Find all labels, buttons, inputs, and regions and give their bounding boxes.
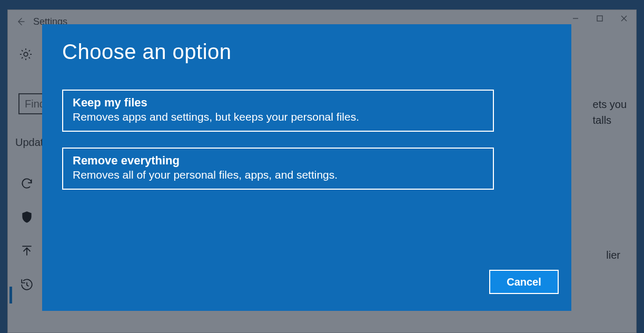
cancel-button[interactable]: Cancel: [489, 270, 559, 294]
cancel-button-label: Cancel: [507, 276, 541, 288]
option-keep-my-files[interactable]: Keep my files Removes apps and settings,…: [62, 90, 494, 132]
dialog-option-list: Keep my files Removes apps and settings,…: [62, 90, 494, 205]
option-description: Removes all of your personal files, apps…: [73, 169, 483, 181]
reset-pc-dialog: Choose an option Keep my files Removes a…: [42, 24, 571, 311]
option-description: Removes apps and settings, but keeps you…: [73, 111, 483, 123]
option-title: Remove everything: [73, 154, 483, 168]
option-title: Keep my files: [73, 96, 483, 110]
dialog-title: Choose an option: [62, 40, 232, 64]
option-remove-everything[interactable]: Remove everything Removes all of your pe…: [62, 148, 494, 190]
